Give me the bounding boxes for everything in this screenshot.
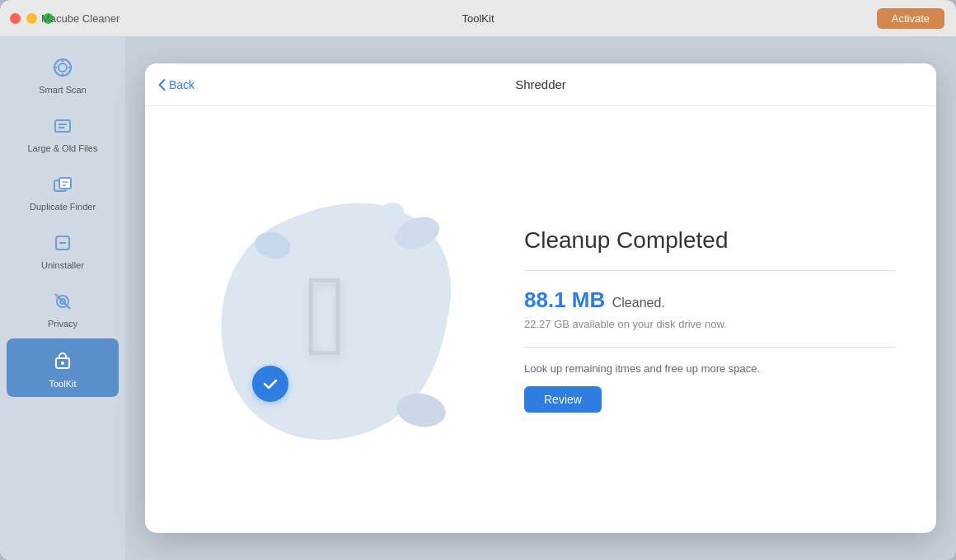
result-title: Cleanup Completed [524, 227, 895, 254]
disk-available: 22.27 GB available on your disk drive no… [524, 318, 895, 330]
illustration-area:  [145, 106, 508, 533]
review-hint: Look up remaining itmes and free up more… [524, 362, 895, 375]
sidebar-item-label-smart-scan: Smart Scan [39, 85, 86, 95]
modal-card: Back Shredder [145, 63, 936, 533]
divider-2 [524, 347, 895, 348]
cleaned-info: 88.1 MB Cleaned. [524, 287, 895, 313]
sidebar-item-uninstaller[interactable]: Uninstaller [0, 220, 125, 278]
titlebar: Macube Cleaner ToolKit Activate [0, 0, 956, 36]
sidebar-item-duplicate-finder[interactable]: Duplicate Finder [0, 161, 125, 220]
sidebar-item-label-duplicate-finder: Duplicate Finder [30, 202, 96, 212]
divider-1 [524, 270, 895, 271]
svg-point-1 [59, 63, 67, 72]
smart-scan-icon [49, 54, 76, 81]
svg-point-19 [61, 362, 64, 365]
svg-rect-6 [55, 120, 70, 132]
large-old-files-icon [49, 113, 76, 139]
cleaned-size: 88.1 MB [524, 287, 605, 312]
modal-body:  Cleanup Completed [145, 106, 936, 533]
sidebar-item-large-old-files[interactable]: Large & Old Files [0, 103, 125, 161]
svg-point-23 [381, 203, 404, 219]
activate-button[interactable]: Activate [877, 8, 944, 29]
content-area: Back Shredder [125, 36, 956, 560]
cleaned-label: Cleaned. [612, 296, 665, 310]
result-area: Cleanup Completed 88.1 MB Cleaned. 22.27… [508, 194, 936, 446]
duplicate-finder-icon [49, 171, 76, 198]
close-button[interactable] [10, 13, 21, 24]
sidebar-item-label-uninstaller: Uninstaller [41, 260, 84, 270]
app-name: Macube Cleaner [41, 12, 120, 25]
apple-logo:  [305, 258, 347, 373]
check-badge [252, 366, 288, 402]
modal-header: Back Shredder [145, 63, 936, 106]
back-chevron-icon [158, 79, 166, 91]
sidebar: Smart Scan Large & Old Files [0, 36, 125, 560]
sidebar-item-label-toolkit: ToolKit [49, 379, 76, 389]
sidebar-item-label-privacy: Privacy [48, 319, 77, 329]
review-button[interactable]: Review [524, 386, 602, 413]
minimize-button[interactable] [26, 13, 37, 24]
window-title: ToolKit [462, 12, 494, 25]
sidebar-item-label-large-old-files: Large & Old Files [28, 143, 98, 153]
svg-rect-10 [59, 178, 71, 189]
sidebar-item-smart-scan[interactable]: Smart Scan [0, 44, 125, 103]
modal-title: Shredder [515, 77, 566, 91]
checkmark-icon [261, 375, 279, 393]
sidebar-item-toolkit[interactable]: ToolKit [7, 338, 119, 397]
privacy-icon [49, 288, 76, 315]
sidebar-item-privacy[interactable]: Privacy [0, 278, 125, 337]
back-label: Back [169, 78, 194, 91]
back-button[interactable]: Back [158, 78, 194, 91]
uninstaller-icon [49, 230, 76, 256]
toolkit-icon [49, 348, 76, 375]
blob-container:  [178, 171, 475, 468]
